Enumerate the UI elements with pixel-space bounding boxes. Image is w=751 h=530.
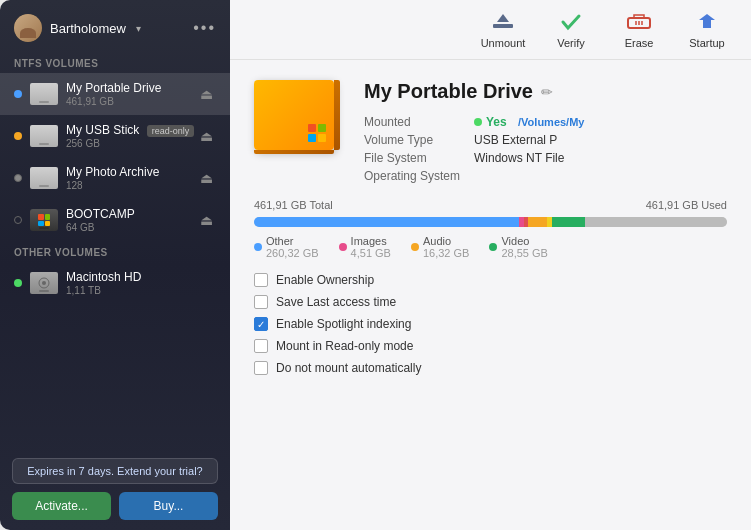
volume-info-photo: My Photo Archive 128: [66, 165, 196, 191]
storage-used: 461,91 GB Used: [646, 199, 727, 211]
mac-drive-icon-svg: [36, 276, 52, 290]
option-label-readonly: Mount in Read-only mode: [276, 339, 413, 353]
legend-name-images: Images: [351, 235, 387, 247]
volume-icon-bootcamp: [30, 209, 58, 231]
avatar: [14, 14, 42, 42]
sidebar-header: Bartholomew ▾ •••: [0, 0, 230, 52]
verify-icon-svg: [557, 10, 585, 34]
toolbar: Unmount Verify Erase: [230, 0, 751, 60]
user-info[interactable]: Bartholomew ▾: [14, 14, 141, 42]
eject-button-bootcamp[interactable]: ⏏: [196, 212, 216, 228]
verify-button[interactable]: Verify: [547, 10, 595, 49]
volume-name-bootcamp: BOOTCAMP: [66, 207, 196, 221]
option-row-readonly: Mount in Read-only mode: [254, 339, 727, 353]
drive-image: [254, 80, 344, 160]
volume-size-usb: 256 GB: [66, 138, 196, 149]
volume-item-photo-archive[interactable]: My Photo Archive 128 ⏏: [0, 157, 230, 199]
user-name: Bartholomew: [50, 21, 126, 36]
volume-info-mac: Macintosh HD 1,11 TB: [66, 270, 216, 296]
meta-val-mounted: Yes /Volumes/My: [474, 115, 727, 129]
legend-images: Images 4,51 GB: [339, 235, 391, 259]
drive-title-row: My Portable Drive ✏: [364, 80, 727, 103]
status-dot-bootcamp: [14, 216, 22, 224]
avatar-face: [14, 14, 42, 42]
buy-button[interactable]: Buy...: [119, 492, 218, 520]
legend-audio: Audio 16,32 GB: [411, 235, 469, 259]
checkbox-no-auto-mount[interactable]: [254, 361, 268, 375]
checkbox-spotlight[interactable]: [254, 317, 268, 331]
trial-text[interactable]: Expires in 7 days. Extend your trial?: [12, 458, 218, 484]
legend-name-audio: Audio: [423, 235, 451, 247]
option-label-no-auto-mount: Do not mount automatically: [276, 361, 421, 375]
volume-size-mac: 1,11 TB: [66, 285, 216, 296]
checkbox-ownership[interactable]: [254, 273, 268, 287]
legend-dot-images: [339, 243, 347, 251]
bar-seg-audio: [528, 217, 547, 227]
volume-item-bootcamp[interactable]: BOOTCAMP 64 GB ⏏: [0, 199, 230, 241]
more-menu-button[interactable]: •••: [193, 19, 216, 37]
startup-button[interactable]: Startup: [683, 10, 731, 49]
windows-logo-bootcamp: [38, 214, 50, 226]
sidebar-footer: Expires in 7 days. Extend your trial? Ac…: [0, 448, 230, 530]
meta-val-volume-type: USB External P: [474, 133, 727, 147]
windows-overlay: [308, 124, 326, 142]
option-row-no-auto-mount: Do not mount automatically: [254, 361, 727, 375]
volume-name-portable: My Portable Drive: [66, 81, 196, 95]
volume-info-usb: My USB Stick read-only 256 GB: [66, 123, 196, 149]
erase-icon: [625, 10, 653, 34]
unmount-button[interactable]: Unmount: [479, 10, 527, 49]
storage-bar: [254, 217, 727, 227]
legend-size-images: 4,51 GB: [351, 247, 391, 259]
drive-win-sq-4: [318, 134, 326, 142]
bar-seg-other: [254, 217, 519, 227]
startup-label: Startup: [689, 37, 724, 49]
activate-button[interactable]: Activate...: [12, 492, 111, 520]
drive-win-sq-2: [318, 124, 326, 132]
erase-icon-svg: [625, 10, 653, 34]
drive-win-sq-3: [308, 134, 316, 142]
meta-val-filesystem: Windows NT File: [474, 151, 727, 165]
volume-icon-photo: [30, 167, 58, 189]
options-section: Enable Ownership Save Last access time E…: [254, 273, 727, 375]
volume-size-bootcamp: 64 GB: [66, 222, 196, 233]
unmount-label: Unmount: [481, 37, 526, 49]
erase-button[interactable]: Erase: [615, 10, 663, 49]
footer-buttons: Activate... Buy...: [12, 492, 218, 520]
volume-name-photo: My Photo Archive: [66, 165, 196, 179]
edit-icon[interactable]: ✏: [541, 84, 553, 100]
volume-path[interactable]: /Volumes/My: [518, 116, 584, 128]
volume-item-portable-drive[interactable]: My Portable Drive 461,91 GB ⏏: [0, 73, 230, 115]
storage-total: 461,91 GB Total: [254, 199, 333, 211]
unmount-icon: [489, 10, 517, 34]
legend-size-video: 28,55 GB: [501, 247, 547, 259]
checkbox-readonly[interactable]: [254, 339, 268, 353]
windows-logo-drive: [308, 124, 326, 142]
legend-images-info: Images 4,51 GB: [351, 235, 391, 259]
option-label-access-time: Save Last access time: [276, 295, 396, 309]
storage-legend: Other 260,32 GB Images 4,51 GB Audio 1: [254, 235, 727, 259]
drive-meta: My Portable Drive ✏ Mounted Yes /Volumes…: [364, 80, 727, 183]
other-section-label: Other Volumes: [0, 241, 230, 262]
win-sq-2: [45, 214, 51, 220]
option-row-spotlight: Enable Spotlight indexing: [254, 317, 727, 331]
volume-size-portable: 461,91 GB: [66, 96, 196, 107]
eject-button-photo[interactable]: ⏏: [196, 170, 216, 186]
status-dot-green: [14, 279, 22, 287]
eject-button-usb[interactable]: ⏏: [196, 128, 216, 144]
volume-info-portable: My Portable Drive 461,91 GB: [66, 81, 196, 107]
eject-button-portable[interactable]: ⏏: [196, 86, 216, 102]
storage-section: 461,91 GB Total 461,91 GB Used Other 260…: [254, 199, 727, 259]
erase-label: Erase: [625, 37, 654, 49]
right-content: Unmount Verify Erase: [230, 0, 751, 530]
win-sq-1: [38, 214, 44, 220]
checkbox-access-time[interactable]: [254, 295, 268, 309]
volume-item-macintosh-hd[interactable]: Macintosh HD 1,11 TB: [0, 262, 230, 304]
option-label-ownership: Enable Ownership: [276, 273, 374, 287]
legend-other-info: Other 260,32 GB: [266, 235, 319, 259]
svg-point-1: [42, 281, 46, 285]
legend-audio-info: Audio 16,32 GB: [423, 235, 469, 259]
readonly-badge: read-only: [147, 125, 195, 137]
volume-item-usb-stick[interactable]: My USB Stick read-only 256 GB ⏏: [0, 115, 230, 157]
legend-name-other: Other: [266, 235, 294, 247]
ntfs-section-label: NTFS Volumes: [0, 52, 230, 73]
